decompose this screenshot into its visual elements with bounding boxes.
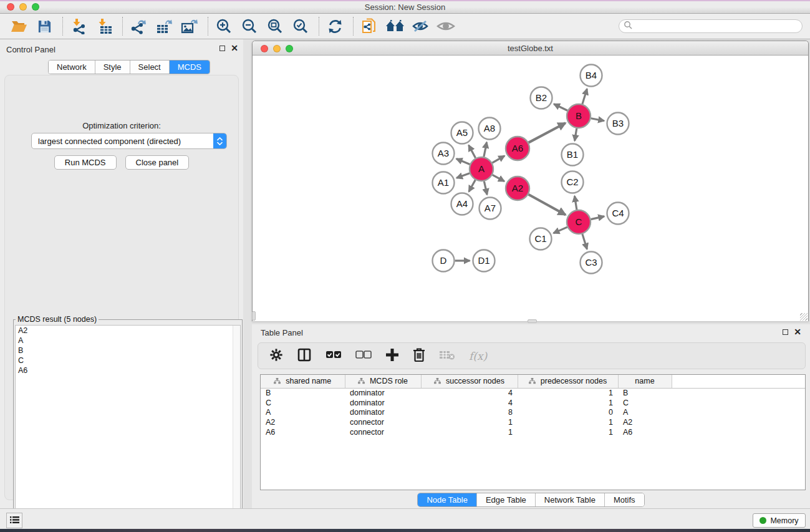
graph-node-C3[interactable]: C3: [581, 252, 602, 274]
tab-network[interactable]: Network: [49, 60, 95, 74]
table-cell[interactable]: 1: [518, 398, 618, 408]
tab-node-table[interactable]: Node Table: [418, 493, 477, 506]
table-row[interactable]: Cdominator41C: [261, 398, 805, 408]
column-layout-icon[interactable]: [297, 347, 312, 365]
column-header[interactable]: shared name: [261, 375, 345, 388]
import-table-icon[interactable]: [94, 16, 114, 36]
graph-edge-A-A2[interactable]: [493, 175, 504, 181]
tab-style[interactable]: Style: [95, 60, 130, 74]
mcds-result-item[interactable]: A2: [16, 326, 240, 336]
graph-node-A6[interactable]: A6: [506, 137, 529, 160]
table-cell[interactable]: B: [618, 388, 672, 398]
result-scrollbar[interactable]: [233, 326, 240, 524]
duplicate-network-icon[interactable]: [359, 16, 379, 36]
table-cell[interactable]: 1: [421, 427, 518, 437]
table-cell[interactable]: A6: [261, 427, 345, 437]
graph-node-A[interactable]: A: [470, 157, 493, 181]
graph-edge-A6-B[interactable]: [529, 123, 566, 142]
tab-mcds[interactable]: MCDS: [170, 60, 210, 74]
graph-edge-B-B1[interactable]: [575, 128, 577, 141]
export-image-icon[interactable]: [180, 16, 200, 36]
graph-node-C1[interactable]: C1: [530, 228, 552, 250]
graph-edge-A-A6[interactable]: [492, 156, 504, 163]
graph-edge-A-A5[interactable]: [469, 145, 476, 158]
splitter-knob[interactable]: [528, 319, 537, 323]
mcds-result-item[interactable]: C: [16, 355, 240, 365]
table-cell[interactable]: C: [261, 398, 345, 408]
mcds-result-item[interactable]: A: [16, 336, 240, 346]
mcds-result-item[interactable]: B: [16, 346, 240, 355]
task-history-button[interactable]: [6, 513, 22, 528]
table-cell[interactable]: A2: [618, 417, 672, 427]
graph-edge-A-A7[interactable]: [484, 181, 487, 195]
table-cell[interactable]: 0: [518, 408, 618, 418]
graph-node-C4[interactable]: C4: [607, 203, 629, 225]
table-row[interactable]: Bdominator41B: [261, 388, 805, 398]
mcds-result-list[interactable]: A2ABCA6: [15, 325, 241, 525]
settings-gear-icon[interactable]: [269, 348, 283, 364]
hide-graphics-details-icon[interactable]: [410, 16, 430, 36]
graph-edge-A2-C[interactable]: [529, 195, 566, 215]
table-cell[interactable]: 8: [421, 408, 518, 418]
graph-node-C[interactable]: C: [567, 210, 591, 234]
graph-edge-B-B4[interactable]: [582, 89, 587, 104]
graph-edge-A-A1[interactable]: [456, 173, 470, 178]
zoom-fit-icon[interactable]: [265, 16, 285, 36]
zoom-in-icon[interactable]: [214, 16, 234, 36]
column-header[interactable]: predecessor nodes: [518, 375, 618, 388]
tab-select[interactable]: Select: [130, 60, 170, 74]
tab-motifs[interactable]: Motifs: [605, 493, 644, 506]
float-panel-icon[interactable]: [219, 46, 225, 51]
table-cell[interactable]: dominator: [345, 398, 421, 408]
graph-edge-A-A4[interactable]: [469, 180, 475, 191]
search-input[interactable]: [632, 22, 802, 31]
import-network-icon[interactable]: [69, 16, 89, 36]
table-cell[interactable]: 4: [421, 388, 518, 398]
memory-button[interactable]: Memory: [753, 513, 806, 528]
graph-edge-C-C2[interactable]: [574, 196, 576, 210]
graph-node-A4[interactable]: A4: [451, 193, 473, 215]
mcds-result-item[interactable]: A6: [16, 365, 240, 375]
home-icon[interactable]: [385, 16, 405, 36]
graph-node-B4[interactable]: B4: [581, 65, 602, 87]
resize-grip-icon[interactable]: [800, 313, 808, 321]
column-header[interactable]: MCDS role: [345, 375, 421, 388]
close-panel-icon[interactable]: ✕: [231, 45, 238, 51]
export-table-icon[interactable]: [154, 16, 174, 36]
table-cell[interactable]: A6: [618, 427, 672, 437]
splitter-knob[interactable]: [252, 311, 256, 321]
node-table[interactable]: shared nameMCDS rolesuccessor nodesprede…: [260, 374, 806, 490]
graph-node-A5[interactable]: A5: [451, 122, 473, 144]
table-cell[interactable]: 1: [518, 417, 618, 427]
graph-node-A3[interactable]: A3: [433, 143, 455, 165]
table-row[interactable]: Adominator80A: [261, 408, 805, 418]
table-cell[interactable]: 1: [518, 388, 618, 398]
graph-node-B3[interactable]: B3: [607, 113, 629, 135]
float-table-panel-icon[interactable]: [783, 329, 788, 335]
table-cell[interactable]: A: [261, 408, 345, 418]
table-cell[interactable]: dominator: [345, 408, 421, 418]
table-row[interactable]: A6connector11A6: [261, 427, 805, 437]
graph-edge-C-C1[interactable]: [554, 227, 567, 233]
close-table-panel-icon[interactable]: ✕: [794, 329, 801, 335]
run-mcds-button[interactable]: Run MCDS: [54, 155, 117, 170]
table-cell[interactable]: C: [618, 398, 672, 408]
graph-node-A7[interactable]: A7: [480, 198, 501, 220]
table-cell[interactable]: 4: [421, 398, 518, 408]
save-session-icon[interactable]: [34, 16, 54, 36]
graph-node-B2[interactable]: B2: [531, 87, 552, 109]
graph-edge-C-C4[interactable]: [591, 216, 605, 220]
graph-node-A2[interactable]: A2: [506, 177, 529, 200]
export-network-icon[interactable]: [128, 16, 148, 36]
table-cell[interactable]: 1: [421, 417, 518, 427]
graph-node-B[interactable]: B: [567, 104, 591, 128]
graph-node-C2[interactable]: C2: [562, 172, 584, 193]
graph-edge-B-B2[interactable]: [554, 104, 567, 111]
graph-node-B1[interactable]: B1: [562, 144, 584, 166]
open-session-icon[interactable]: [9, 16, 29, 36]
network-window-titlebar[interactable]: testGlobe.txt: [253, 41, 808, 56]
graph-edge-A-A8[interactable]: [484, 142, 487, 157]
table-row[interactable]: A2connector11A2: [261, 417, 805, 427]
graph-node-D[interactable]: D: [433, 250, 455, 272]
delete-column-icon[interactable]: [413, 347, 425, 365]
